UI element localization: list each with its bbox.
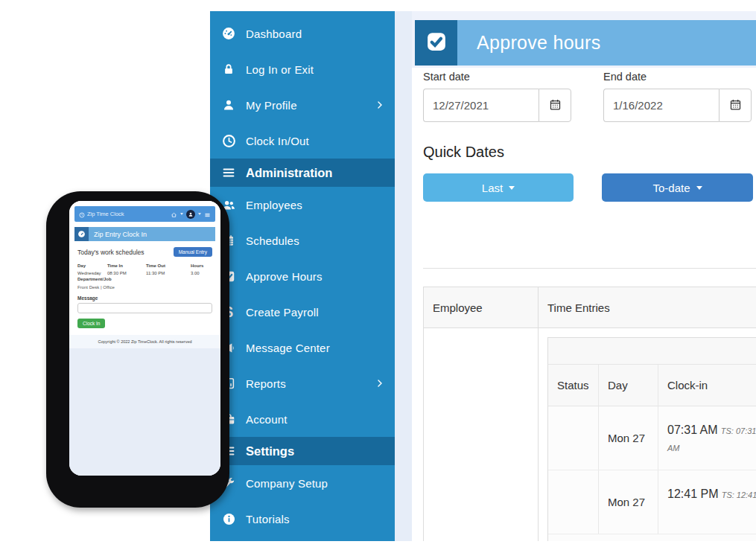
time-entry-row[interactable]: Mon 27 12:41 PM TS: 12:41 PM <box>548 470 756 534</box>
clock-in-time: 12:41 PM <box>667 488 718 500</box>
sidebar-item-label: Create Payroll <box>246 306 384 319</box>
time-entries-subtable: Status Day Clock-in Mon 27 07:31 AM TS: … <box>547 337 756 541</box>
page-title-bar: Approve hours <box>457 20 756 65</box>
phone-department-label: Department/Job <box>77 277 212 281</box>
sidebar-item-message-center[interactable]: Message Center <box>210 330 395 365</box>
calendar-icon <box>549 98 562 113</box>
sidebar-item-tutorials[interactable]: Tutorials <box>210 501 395 537</box>
phone-footer: Copyright © 2022 Zip TimeClock. All righ… <box>69 335 220 348</box>
sidebar-item-label: Schedules <box>246 234 384 247</box>
start-date-group: Start date <box>423 71 571 122</box>
sidebar: Dashboard Log In or Exit My Profile Cloc… <box>210 11 395 541</box>
timestamp-note: TS: 12:41 PM <box>722 490 756 499</box>
phone-time-in-value: 08:30 PM <box>107 271 146 275</box>
sidebar-item-label: Clock In/Out <box>246 135 384 147</box>
phone-col-day: Day <box>77 263 107 268</box>
clock-in-cell: 07:31 AM TS: 07:31 AM <box>658 406 756 470</box>
lock-icon <box>221 62 236 77</box>
todate-button-label: To-date <box>652 182 690 194</box>
sidebar-item-reports[interactable]: Reports <box>210 365 395 401</box>
sidebar-item-label: Account <box>246 413 384 426</box>
info-icon <box>221 511 236 526</box>
sidebar-item-label: Message Center <box>246 342 384 354</box>
clock-in-column-header: Clock-in <box>658 365 756 406</box>
end-date-label: End date <box>603 71 752 83</box>
dashboard-icon <box>74 227 89 241</box>
sidebar-item-label: Tutorials <box>246 513 384 525</box>
phone-day-value: Wednesday <box>77 271 107 275</box>
calendar-icon <box>729 98 742 113</box>
sidebar-item-label: Approve Hours <box>246 270 384 283</box>
phone-panel-header: Zip Entry Clock In <box>74 227 215 241</box>
time-entries-cell: Status Day Clock-in Mon 27 07:31 AM TS: … <box>539 328 756 541</box>
dashboard-icon <box>221 26 236 41</box>
clock-icon <box>79 208 85 221</box>
phone-panel-title: Zip Entry Clock In <box>89 227 215 241</box>
sidebar-item-employees[interactable]: Employees <box>210 187 395 223</box>
content-gutter <box>395 11 412 541</box>
sidebar-section-label: Administration <box>246 166 332 180</box>
end-date-input[interactable] <box>603 89 719 122</box>
phone-brand: Zip Time Clock <box>87 211 124 217</box>
caret-down-icon <box>696 186 702 190</box>
phone-hours-value: 3.00 <box>191 271 212 275</box>
app-root: Dashboard Log In or Exit My Profile Cloc… <box>0 0 756 553</box>
phone-message-input[interactable] <box>77 303 212 313</box>
todate-dropdown-button[interactable]: To-date <box>602 173 753 202</box>
start-date-calendar-button[interactable] <box>539 89 571 122</box>
sidebar-item-create-payroll[interactable]: $ Create Payroll <box>210 294 395 330</box>
sidebar-item-clock-in-out[interactable]: Clock In/Out <box>210 123 395 159</box>
day-column-header: Day <box>599 365 658 406</box>
end-date-group: End date <box>603 71 752 122</box>
clock-icon <box>221 133 236 148</box>
phone-screen: Zip Time Clock Zip Entry Clock In <box>69 201 220 476</box>
clock-in-cell: 12:41 PM TS: 12:41 PM <box>658 470 756 534</box>
phone-clock-in-button[interactable]: Clock In <box>77 319 105 328</box>
table-header-row: Employee Time Entries <box>424 287 756 328</box>
sidebar-item-label: Employees <box>246 199 384 211</box>
sidebar-item-dashboard[interactable]: Dashboard <box>210 16 395 51</box>
caret-down-icon[interactable] <box>198 213 201 215</box>
menu-icon[interactable] <box>204 208 211 221</box>
status-cell <box>548 470 599 534</box>
phone-mockup: Zip Time Clock Zip Entry Clock In <box>46 191 229 508</box>
clock-in-time: 07:31 AM <box>667 423 718 436</box>
sidebar-item-account[interactable]: Account <box>210 401 395 437</box>
home-icon[interactable] <box>171 208 177 221</box>
sidebar-item-my-profile[interactable]: My Profile <box>210 87 395 123</box>
divider <box>423 268 756 269</box>
end-date-calendar-button[interactable] <box>719 89 752 122</box>
time-entries-column-header: Time Entries <box>539 287 756 327</box>
caret-down-icon[interactable] <box>180 213 183 215</box>
phone-col-time-out: Time Out <box>146 263 191 268</box>
manual-entry-button[interactable]: Manual Entry <box>174 247 212 257</box>
sidebar-section-administration[interactable]: Administration <box>210 159 395 187</box>
sidebar-item-company-setup[interactable]: Company Setup <box>210 465 395 501</box>
page-header: Approve hours <box>415 20 756 65</box>
sidebar-section-label: Settings <box>246 444 294 458</box>
sidebar-section-settings[interactable]: Settings <box>210 437 395 465</box>
sidebar-item-label: My Profile <box>246 99 375 112</box>
sidebar-item-schedules[interactable]: Schedules <box>210 223 395 258</box>
caret-down-icon <box>509 186 515 190</box>
phone-app-card: Zip Time Clock Zip Entry Clock In <box>69 201 220 335</box>
sidebar-item-approve-hours[interactable]: Approve Hours <box>210 258 395 294</box>
time-entry-row <box>548 534 756 541</box>
phone-schedules-heading: Today's work schedules <box>77 249 144 256</box>
sidebar-item-login[interactable]: Log In or Exit <box>210 51 395 87</box>
last-dropdown-button[interactable]: Last <box>423 173 574 202</box>
time-entry-row[interactable]: Mon 27 07:31 AM TS: 07:31 AM <box>548 406 756 470</box>
menu-icon <box>221 165 236 180</box>
table-body-row: Status Day Clock-in Mon 27 07:31 AM TS: … <box>424 328 756 541</box>
check-square-icon <box>425 31 448 56</box>
user-icon <box>221 98 236 112</box>
page-title: Approve hours <box>457 32 601 54</box>
start-date-label: Start date <box>423 71 571 83</box>
user-avatar[interactable] <box>186 210 195 219</box>
day-cell: Mon 27 <box>599 406 658 470</box>
start-date-input[interactable] <box>423 89 539 122</box>
phone-col-hours: Hours <box>191 263 212 268</box>
phone-department-value: Front Desk | Office <box>77 285 212 290</box>
phone-message-label: Message <box>77 295 212 301</box>
employee-column-header: Employee <box>424 287 539 327</box>
